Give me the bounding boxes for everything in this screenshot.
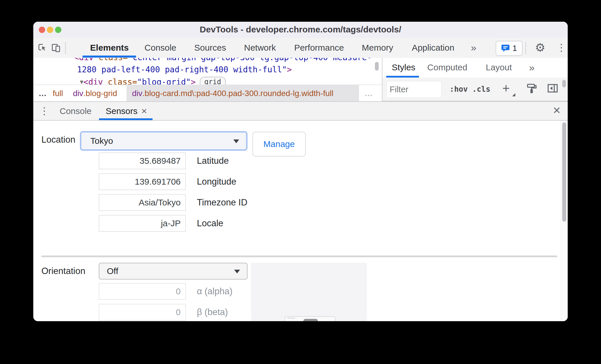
locale-label: Locale: [197, 218, 223, 229]
latitude-label: Latitude: [197, 156, 229, 166]
beta-input[interactable]: [99, 304, 186, 321]
new-style-rule-button[interactable]: +: [502, 81, 510, 95]
kebab-menu-icon[interactable]: ⋮: [556, 43, 566, 52]
sensors-scrollbar-track[interactable]: [561, 121, 568, 321]
inspect-element-icon[interactable]: [37, 43, 48, 55]
code-token: <div: [74, 58, 94, 62]
tab-styles[interactable]: Styles: [392, 58, 415, 77]
issues-counter-button[interactable]: 1: [496, 41, 523, 56]
tab-application[interactable]: Application: [412, 38, 455, 57]
code-line-2[interactable]: 1280 pad-left-400 pad-right-400 width-fu…: [77, 64, 292, 76]
orientation-label: Orientation: [41, 266, 85, 276]
orientation-select[interactable]: Off: [99, 263, 248, 280]
tab-elements[interactable]: Elements: [90, 38, 129, 57]
more-sidebar-tabs-chevron-icon[interactable]: »: [529, 58, 535, 77]
phone-speaker: [287, 318, 295, 319]
locale-input[interactable]: [99, 215, 186, 232]
breadcrumb-item-selected[interactable]: div.blog-card.md\:pad-400.pad-300.rounde…: [127, 85, 359, 102]
more-tabs-chevron-icon[interactable]: »: [471, 38, 477, 57]
drawer-tab-bar: ⋮ Console Sensors × ×: [33, 101, 568, 121]
code-token: >: [191, 77, 196, 84]
breadcrumb-item-blog-grid[interactable]: div.blog-grid: [73, 85, 117, 102]
alpha-input[interactable]: [99, 283, 186, 300]
timezone-input[interactable]: [99, 194, 186, 211]
select-caret-icon: [233, 139, 239, 143]
devtools-toolbar: Elements Console Sources Network Perform…: [33, 38, 568, 58]
styles-filter-input[interactable]: [386, 81, 441, 98]
longitude-input[interactable]: [99, 173, 186, 190]
crumb-tag: div: [73, 89, 83, 98]
breadcrumb-overflow-right[interactable]: …: [364, 85, 373, 102]
drawer-tab-sensors[interactable]: Sensors: [106, 102, 138, 120]
grid-badge[interactable]: grid: [200, 77, 226, 84]
orientation-preview[interactable]: [251, 263, 367, 321]
expand-arrow-icon[interactable]: ▼: [80, 78, 83, 84]
code-line-3[interactable]: ▼<div class="blog-grid">grid: [80, 76, 226, 84]
latitude-input[interactable]: [99, 152, 186, 169]
code-token: class: [108, 77, 132, 84]
drawer-tab-close-icon[interactable]: ×: [141, 102, 147, 120]
toolbar-divider: [65, 42, 66, 54]
tab-computed[interactable]: Computed: [427, 58, 467, 77]
location-label: Location: [41, 135, 75, 145]
elements-scrollbar-thumb[interactable]: [375, 62, 379, 71]
tab-memory[interactable]: Memory: [362, 38, 393, 57]
element-class-toggle[interactable]: .cls: [472, 78, 490, 101]
tab-sources[interactable]: Sources: [194, 38, 226, 57]
paint-roller-icon[interactable]: [525, 82, 538, 96]
code-line-1[interactable]: <div class="center margin gap-top-300 lg…: [74, 58, 372, 64]
crumb-classes: .blog-card.md\:pad-400.pad-300.rounded-l…: [142, 89, 334, 98]
location-select-value: Tokyo: [81, 136, 113, 146]
tab-performance[interactable]: Performance: [294, 38, 344, 57]
manage-button-label: Manage: [263, 139, 295, 149]
orientation-select-value: Off: [99, 266, 118, 276]
timezone-label: Timezone ID: [197, 197, 248, 208]
window-title: DevTools - developer.chrome.com/tags/dev…: [33, 22, 568, 37]
sensors-panel: Location Tokyo Manage Latitude Longitude…: [33, 121, 568, 321]
section-divider: [41, 255, 557, 257]
breadcrumb-item-full[interactable]: full: [53, 85, 63, 102]
pseudo-state-toggle[interactable]: :hov: [450, 78, 468, 101]
title-bar: DevTools - developer.chrome.com/tags/dev…: [33, 22, 568, 38]
toggle-device-toolbar-icon[interactable]: [51, 43, 62, 55]
tab-console[interactable]: Console: [144, 38, 176, 57]
new-rule-dropdown-triangle-icon: [512, 93, 515, 96]
alpha-label: α (alpha): [197, 286, 232, 297]
tab-layout[interactable]: Layout: [486, 58, 512, 77]
toolbar-divider-2: [525, 42, 526, 54]
location-select[interactable]: Tokyo: [80, 131, 248, 151]
phone-camera: [303, 319, 318, 321]
code-token: 1280 pad-left-400 pad-right-400 width-fu…: [77, 65, 287, 74]
tab-network[interactable]: Network: [244, 38, 276, 57]
active-drawer-tab-indicator: [99, 118, 153, 120]
beta-label: β (beta): [197, 307, 228, 317]
styles-scrollbar-thumb[interactable]: [562, 80, 566, 87]
settings-gear-icon[interactable]: ⚙: [535, 41, 545, 54]
elements-tree-panel: <div class="center margin gap-top-300 lg…: [33, 58, 382, 84]
code-token: =: [132, 77, 137, 84]
code-token: class: [98, 58, 123, 62]
styles-sidebar: Styles Computed Layout » :hov .cls +: [382, 58, 568, 101]
toggle-sidebar-icon[interactable]: [546, 82, 559, 96]
code-token: "center margin gap-top-300 lg:gap-top-40…: [128, 58, 372, 62]
code-token: >: [287, 65, 292, 74]
breadcrumb-overflow-left[interactable]: …: [39, 85, 47, 102]
select-caret-icon: [234, 270, 240, 273]
sensors-scrollbar-thumb[interactable]: [562, 122, 566, 222]
longitude-label: Longitude: [197, 177, 236, 187]
drawer-kebab-menu-icon[interactable]: ⋮: [39, 106, 49, 116]
issues-chat-icon: [501, 44, 510, 52]
crumb-tag: div: [132, 89, 142, 98]
code-token: =: [123, 58, 128, 62]
drawer-close-icon[interactable]: ×: [553, 103, 560, 117]
devtools-window: DevTools - developer.chrome.com/tags/dev…: [33, 22, 568, 321]
manage-button[interactable]: Manage: [252, 132, 306, 157]
drawer-tab-console[interactable]: Console: [60, 102, 91, 120]
styles-filter-toolbar: :hov .cls +: [382, 78, 568, 101]
code-token: "blog-grid": [137, 77, 191, 84]
active-tab-indicator: [83, 56, 136, 58]
phone-preview: [285, 316, 336, 321]
code-token: <div: [83, 77, 103, 84]
issues-count: 1: [512, 44, 517, 53]
crumb-classes: .blog-grid: [83, 89, 117, 98]
